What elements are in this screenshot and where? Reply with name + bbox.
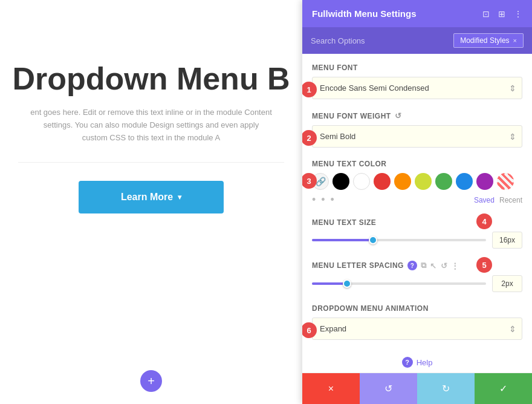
save-icon: ✓ [499,383,507,394]
menu-font-weight-label: Menu Font Weight ↺ [312,111,522,120]
panel-title: Fullwidth Menu Settings [312,8,417,19]
more-options-icon[interactable]: ⋮ [514,9,522,19]
color-swatch-blue[interactable] [456,173,473,190]
menu-font-select[interactable]: Encode Sans Semi Condensed Roboto Open S… [312,77,522,99]
modified-styles-badge[interactable]: Modified Styles × [453,33,524,48]
help-label: Help [417,358,433,367]
help-row[interactable]: ? Help [312,352,522,373]
text-size-value[interactable]: 16px [492,232,522,249]
more-colors-icon[interactable]: • • • [312,194,336,206]
redo-icon: ↻ [442,383,450,394]
settings-panel: Fullwidth Menu Settings ⊡ ⊞ ⋮ Search Opt… [302,0,532,404]
step-4-badge: 4 [476,213,492,229]
grid-icon[interactable]: ⊞ [498,9,505,19]
modified-styles-label: Modified Styles [460,36,509,45]
learn-more-label: Learn More [121,192,173,203]
text-size-slider-fill [312,239,373,241]
menu-font-label: Menu Font [312,64,522,72]
font-weight-reset-icon[interactable]: ↺ [395,111,402,120]
dropdown-animation-select-wrapper: Expand Fade Slide Flip ⇕ [312,318,522,340]
menu-font-select-wrapper: Encode Sans Semi Condensed Roboto Open S… [312,77,522,99]
panel-header: Fullwidth Menu Settings ⊡ ⊞ ⋮ [302,0,532,27]
canvas-title: Dropdown Menu B [12,60,290,97]
text-size-slider-thumb[interactable] [369,236,377,244]
reset-icon: ↺ [384,383,392,394]
reset-button[interactable]: ↺ [360,373,417,404]
saved-colors-label[interactable]: Saved [474,196,495,204]
panel-header-icons: ⊡ ⊞ ⋮ [482,9,522,19]
menu-font-weight-select-wrapper: Semi Bold Regular Bold Light ⇕ [312,125,522,148]
color-palette: 🔗 [312,173,522,190]
learn-more-arrow: ▾ [178,193,181,201]
color-swatch-green[interactable] [435,173,452,190]
search-placeholder[interactable]: Search Options [311,36,365,45]
dropdown-animation-select[interactable]: Expand Fade Slide Flip [312,318,522,340]
color-swatch-orange[interactable] [394,173,411,190]
letter-spacing-slider-thumb[interactable] [343,279,351,288]
color-swatch-red[interactable] [374,173,391,190]
text-size-slider-track[interactable] [312,239,486,241]
color-swatch-yellow[interactable] [415,173,432,190]
panel-footer: × ↺ ↻ ✓ [302,373,532,404]
color-swatch-striped[interactable] [497,173,514,190]
dropdown-animation-section: Dropdown Menu Animation 6 Expand Fade Sl… [312,304,522,340]
learn-more-button[interactable]: Learn More ▾ [79,181,224,213]
color-row-bottom: • • • Saved Recent [312,194,522,206]
cancel-icon: × [328,383,334,394]
letter-spacing-cursor-icon[interactable]: ↖ [430,261,437,270]
menu-text-size-section: Menu Text Size 4 16px [312,218,522,249]
canvas-divider [18,162,284,163]
menu-text-color-section: Menu Text Color 3 🔗 [312,160,522,206]
badge-close-icon[interactable]: × [513,37,517,44]
plus-icon: + [148,374,155,388]
letter-spacing-copy-icon[interactable]: ⧉ [421,261,427,270]
panel-body: Menu Font 1 Encode Sans Semi Condensed R… [302,54,532,373]
letter-spacing-more-icon[interactable]: ⋮ [451,261,459,270]
canvas-subtitle: ent goes here. Edit or remove this text … [30,106,272,144]
recent-colors-label[interactable]: Recent [499,196,522,204]
color-swatch-purple[interactable] [476,173,493,190]
color-swatch-black[interactable] [332,173,349,190]
letter-spacing-help-icon[interactable]: ? [407,261,417,270]
add-module-button[interactable]: + [140,370,162,392]
minimize-icon[interactable]: ⊡ [482,9,490,19]
menu-text-color-label: Menu Text Color [312,160,522,168]
redo-button[interactable]: ↻ [417,373,475,404]
letter-spacing-slider-fill [312,282,347,285]
panel-search-bar: Search Options Modified Styles × [302,27,532,54]
help-icon: ? [402,357,413,368]
save-button[interactable]: ✓ [475,373,532,404]
menu-letter-spacing-section: Menu Letter Spacing ? ⧉ ↖ ↺ ⋮ 5 2px [312,261,522,292]
letter-spacing-reset-icon[interactable]: ↺ [441,261,448,270]
canvas-area: Dropdown Menu B ent goes here. Edit or r… [0,0,302,404]
menu-font-weight-section: Menu Font Weight ↺ 2 Semi Bold Regular B… [312,111,522,148]
menu-font-weight-select[interactable]: Semi Bold Regular Bold Light [312,125,522,148]
letter-spacing-value[interactable]: 2px [492,275,522,292]
letter-spacing-slider-track[interactable] [312,282,486,285]
cancel-button[interactable]: × [302,373,360,404]
color-swatch-white[interactable] [353,173,370,190]
menu-font-section: Menu Font 1 Encode Sans Semi Condensed R… [312,64,522,99]
dropdown-animation-label: Dropdown Menu Animation [312,304,522,313]
step-5-badge: 5 [476,257,492,273]
